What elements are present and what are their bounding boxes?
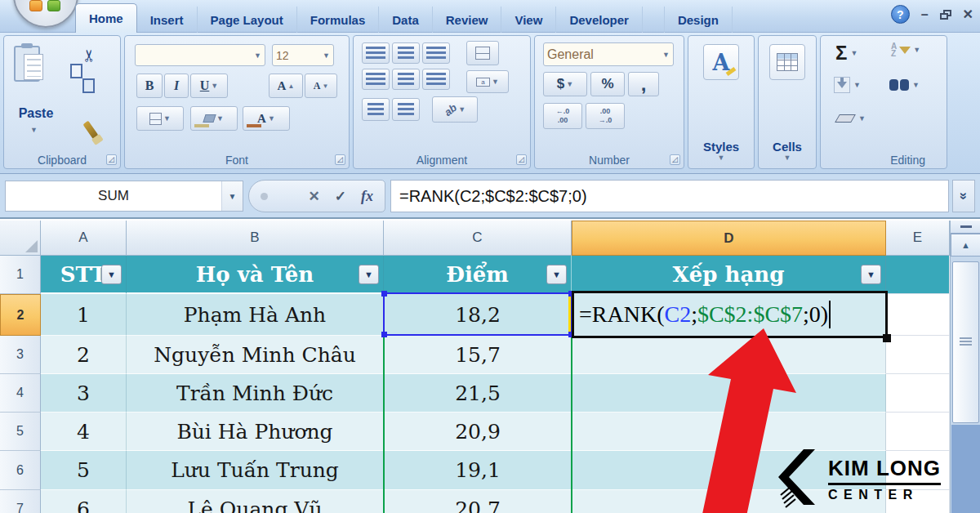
paste-dropdown-icon[interactable]: ▼ (30, 126, 38, 134)
align-bottom-button[interactable] (422, 42, 450, 64)
fill-color-button[interactable]: ▼ (190, 106, 238, 131)
cell-A4[interactable]: 3 (41, 374, 127, 413)
cell-B1[interactable]: Họ và Tên ▼ (127, 256, 384, 294)
font-dialog-launcher[interactable]: ◿ (335, 154, 345, 165)
formula-input[interactable]: =RANK(C2;$C$2:$C$7;0) (390, 180, 949, 212)
font-color-button[interactable]: A▼ (243, 106, 290, 131)
tab-formulas[interactable]: Formulas (297, 7, 380, 33)
cell-C4[interactable]: 21,5 (384, 374, 572, 413)
tab-view[interactable]: View (501, 7, 556, 33)
row-header-2[interactable]: 2 (0, 294, 41, 336)
tab-review[interactable]: Review (433, 7, 502, 33)
cell-B7[interactable]: Lê Quang Vũ (127, 490, 384, 513)
cell-A7[interactable]: 6 (41, 490, 127, 513)
increase-indent-button[interactable] (392, 98, 420, 121)
cell-E5[interactable] (886, 413, 950, 451)
font-size-combo[interactable]: 12▼ (272, 44, 334, 66)
enter-button[interactable]: ✓ (335, 188, 346, 205)
filter-dropdown-score[interactable]: ▼ (546, 265, 567, 284)
find-select-button[interactable]: ▼ (889, 78, 920, 91)
cell-E1[interactable] (886, 256, 950, 294)
row-header-6[interactable]: 6 (0, 451, 41, 490)
row-header-3[interactable]: 3 (0, 336, 41, 374)
align-left-button[interactable] (362, 69, 390, 90)
row-header-5[interactable]: 5 (0, 413, 41, 451)
cell-A1[interactable]: STT ▼ (41, 256, 127, 294)
cell-E3[interactable] (886, 336, 950, 374)
cell-C3[interactable]: 15,7 (384, 336, 572, 374)
clipboard-dialog-launcher[interactable]: ◿ (106, 154, 117, 165)
cell-D4[interactable] (572, 374, 886, 413)
cell-C1[interactable]: Điểm ▼ (384, 256, 572, 294)
currency-button[interactable]: $▼ (543, 72, 587, 96)
active-cell-D2-edit[interactable]: =RANK(C2;$C$2:$C$7;0) (572, 291, 888, 338)
borders-button[interactable]: ▼ (136, 106, 184, 131)
fill-button[interactable]: ▼ (834, 77, 861, 93)
filter-dropdown-stt[interactable]: ▼ (101, 265, 122, 284)
filter-dropdown-rank[interactable]: ▼ (861, 265, 881, 284)
scroll-up-button[interactable]: ▲ (951, 234, 980, 256)
shrink-font-button[interactable]: A▼ (305, 74, 337, 98)
font-name-combo[interactable]: ▼ (135, 44, 265, 66)
expand-formula-bar-button[interactable]: » (952, 180, 975, 212)
cell-D5[interactable] (572, 413, 886, 451)
number-format-combo[interactable]: General▼ (543, 42, 674, 66)
align-middle-button[interactable] (392, 42, 420, 64)
grow-font-button[interactable]: A▲ (269, 74, 303, 98)
select-all-button[interactable] (0, 221, 41, 256)
number-dialog-launcher[interactable]: ◿ (670, 154, 680, 165)
align-right-button[interactable] (422, 69, 450, 90)
italic-button[interactable]: I (164, 74, 189, 98)
row-header-1[interactable]: 1 (0, 256, 41, 294)
close-button[interactable]: ✕ (963, 8, 973, 21)
name-box[interactable]: SUM ▼ (5, 181, 243, 212)
office-button[interactable] (13, 0, 78, 28)
column-header-C[interactable]: C (384, 221, 572, 256)
restore-button[interactable] (940, 10, 951, 20)
cell-B5[interactable]: Bùi Hà Phương (127, 413, 384, 451)
alignment-dialog-launcher[interactable]: ◿ (516, 154, 527, 165)
minimize-button[interactable]: – (921, 8, 929, 21)
increase-decimal-button[interactable]: ←.0.00 (543, 103, 582, 129)
merge-center-button[interactable]: a▼ (466, 70, 509, 93)
decrease-indent-button[interactable] (362, 98, 390, 121)
column-header-A[interactable]: A (41, 221, 127, 256)
tab-home[interactable]: Home (75, 3, 137, 33)
tab-data[interactable]: Data (379, 7, 433, 33)
styles-button[interactable]: A Styles ▼ (693, 41, 749, 163)
cut-button[interactable]: ✂ (79, 49, 99, 63)
paste-button[interactable] (14, 44, 45, 85)
cell-B2[interactable]: Phạm Hà Anh (127, 294, 384, 336)
bold-button[interactable]: B (136, 74, 163, 98)
row-header-4[interactable]: 4 (0, 374, 41, 413)
format-painter-button[interactable] (87, 121, 94, 139)
scrollbar-thumb[interactable] (952, 261, 979, 423)
column-header-E[interactable]: E (886, 221, 950, 256)
cell-A3[interactable]: 2 (41, 336, 127, 374)
name-box-dropdown[interactable]: ▼ (221, 181, 243, 211)
decrease-decimal-button[interactable]: .00→.0 (586, 103, 625, 129)
tab-page-layout[interactable]: Page Layout (198, 7, 297, 33)
cell-A6[interactable]: 5 (41, 451, 127, 490)
cell-B3[interactable]: Nguyễn Minh Châu (127, 336, 384, 374)
filter-dropdown-name[interactable]: ▼ (359, 265, 379, 284)
column-header-B[interactable]: B (127, 221, 384, 256)
cell-B4[interactable]: Trần Minh Đức (127, 374, 384, 413)
cell-A5[interactable]: 4 (41, 413, 127, 451)
cells-button[interactable]: Cells ▼ (764, 41, 811, 163)
cell-E4[interactable] (886, 374, 950, 413)
align-center-button[interactable] (392, 69, 420, 90)
tab-design[interactable]: Design (664, 7, 733, 33)
cell-D3[interactable] (572, 336, 886, 374)
column-header-D[interactable]: D (572, 221, 886, 256)
scrollbar-split-handle[interactable] (951, 221, 980, 234)
cancel-button[interactable]: ✕ (309, 188, 320, 205)
cell-E2[interactable] (886, 294, 950, 336)
cell-C7[interactable]: 20,7 (384, 490, 572, 513)
tab-developer[interactable]: Developer (556, 7, 643, 33)
cell-A2[interactable]: 1 (41, 294, 127, 336)
cell-B6[interactable]: Lưu Tuấn Trung (127, 451, 384, 490)
tab-insert[interactable]: Insert (137, 7, 198, 33)
wrap-text-button[interactable]: ab▼ (432, 96, 478, 123)
underline-button[interactable]: U▼ (190, 74, 228, 98)
